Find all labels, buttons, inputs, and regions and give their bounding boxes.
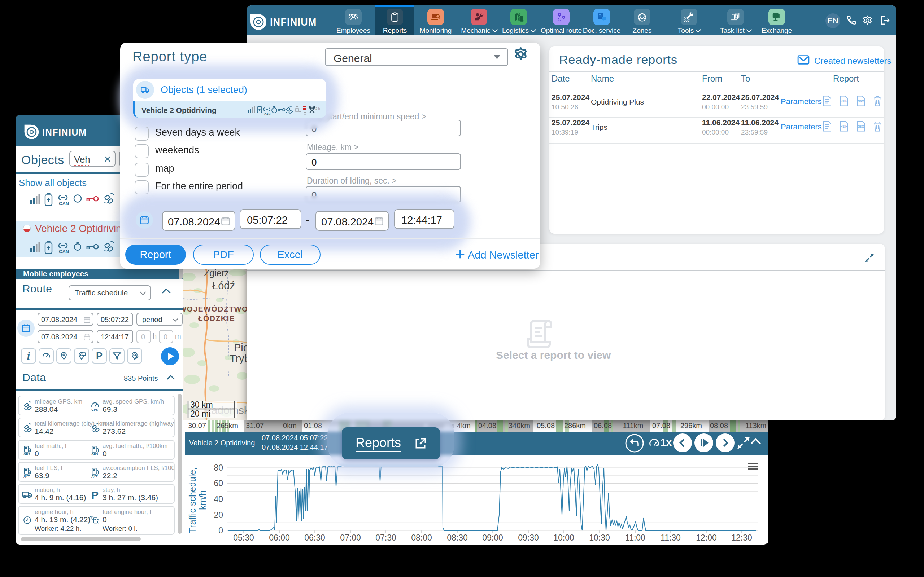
svg-text:2 h: 2 h xyxy=(315,107,320,110)
svg-text:PDF: PDF xyxy=(840,99,848,103)
svg-text:12:00: 12:00 xyxy=(696,533,717,542)
svg-text:ŁÓDZKIE: ŁÓDZKIE xyxy=(198,314,235,322)
svg-text:60: 60 xyxy=(214,479,223,488)
svg-text:08:30: 08:30 xyxy=(447,533,468,542)
svg-text:Zgierz: Zgierz xyxy=(204,268,229,278)
svg-text:Piot: Piot xyxy=(234,342,247,353)
svg-text:GPS: GPS xyxy=(23,453,30,456)
svg-text:12:30: 12:30 xyxy=(731,533,752,542)
svg-text:ДУТ: ДУТ xyxy=(23,475,30,478)
svg-text:30 km: 30 km xyxy=(190,400,213,409)
svg-text:09:30: 09:30 xyxy=(518,533,539,542)
svg-text:Trybu: Trybu xyxy=(229,353,247,364)
svg-text:Traffic schedule,: Traffic schedule, xyxy=(187,467,197,533)
svg-text:CAN: CAN xyxy=(59,201,69,206)
svg-text:40: 40 xyxy=(214,495,223,504)
svg-text:0: 0 xyxy=(218,526,223,535)
svg-text:INFINIUM: INFINIUM xyxy=(270,16,317,28)
svg-text:10:30: 10:30 xyxy=(589,533,610,542)
svg-text:07:30: 07:30 xyxy=(375,533,396,542)
svg-text:xlsx: xlsx xyxy=(857,99,864,103)
svg-text:06:00: 06:00 xyxy=(269,533,290,542)
svg-text:INFINIUM: INFINIUM xyxy=(42,127,87,138)
svg-text:GPS: GPS xyxy=(91,453,98,456)
svg-text:Łódź: Łódź xyxy=(212,280,235,292)
svg-text:10:00: 10:00 xyxy=(553,533,574,542)
svg-text:CAN: CAN xyxy=(59,249,69,254)
svg-text:80: 80 xyxy=(214,463,223,472)
svg-text:km/h: km/h xyxy=(197,490,208,510)
svg-text:GPS: GPS xyxy=(91,408,98,411)
svg-text:09:00: 09:00 xyxy=(482,533,503,542)
svg-text:07:00: 07:00 xyxy=(340,533,361,542)
svg-text:08:00: 08:00 xyxy=(411,533,432,542)
svg-text:06:30: 06:30 xyxy=(304,533,325,542)
svg-text:05:30: 05:30 xyxy=(233,533,254,542)
svg-text:20: 20 xyxy=(214,510,223,520)
svg-text:WOJEWÓDZTWO: WOJEWÓDZTWO xyxy=(183,305,247,313)
svg-text:20 mi: 20 mi xyxy=(190,409,210,418)
svg-text:ДУТ: ДУТ xyxy=(91,475,98,478)
svg-text:11:00: 11:00 xyxy=(625,533,645,542)
svg-text:11:30: 11:30 xyxy=(661,533,681,542)
svg-text:CAN: CAN xyxy=(264,113,271,116)
